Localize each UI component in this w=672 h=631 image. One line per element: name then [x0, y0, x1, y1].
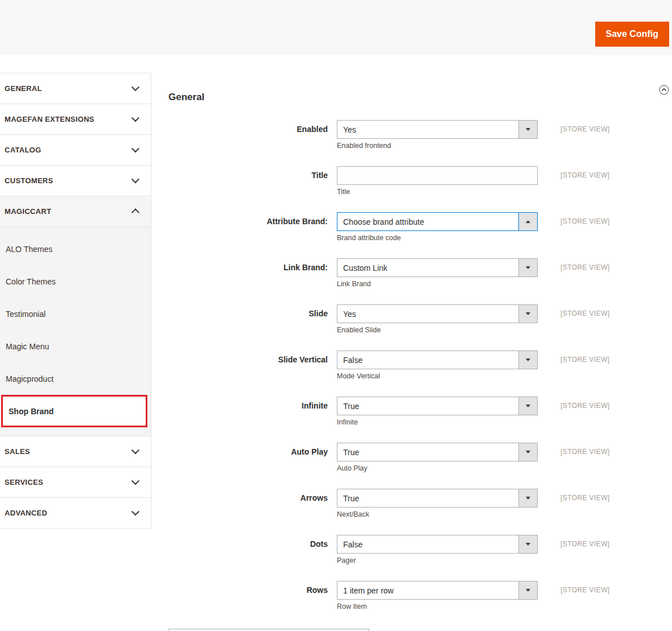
sidebar-section-label: CATALOG [5, 146, 41, 154]
select-arrow-button[interactable] [518, 351, 537, 369]
field-text-input[interactable] [337, 166, 538, 185]
field-scope-label: [STORE VIEW] [560, 397, 610, 410]
chevron-up-circle-icon [659, 85, 669, 95]
sidebar-sections-top: GENERAL MAGEFAN EXTENSIONS CATALOG CUSTO… [0, 73, 151, 227]
field-scope-label: [STORE VIEW] [560, 581, 610, 594]
field-scope-label: [STORE VIEW] [560, 489, 610, 502]
triangle-icon [526, 358, 530, 361]
field-select-value: False [343, 540, 362, 549]
field-row-auto-play: Auto Play True Auto Play [STORE VIEW] [168, 443, 610, 473]
field-label: Auto Play [168, 443, 328, 456]
field-scope-label: [STORE VIEW] [560, 166, 610, 179]
select-arrow-button[interactable] [518, 259, 537, 277]
select-arrow-button[interactable] [518, 305, 537, 323]
select-arrow-button[interactable] [518, 397, 537, 415]
sidebar-section-general[interactable]: GENERAL [0, 73, 151, 104]
sidebar-section-advanced[interactable]: ADVANCED [0, 498, 151, 529]
field-control: Yes Enabled frontend [337, 120, 538, 150]
partial-next-field[interactable] [168, 629, 369, 631]
field-control: Custom Link Link Brand [337, 258, 538, 288]
field-select[interactable]: Yes [337, 120, 538, 139]
sidebar-section-label: SERVICES [5, 478, 43, 486]
field-row-arrows: Arrows True Next/Back [STORE VIEW] [168, 489, 610, 519]
chevron-icon [131, 175, 139, 183]
field-control: Yes Enabled Slide [337, 304, 538, 335]
sidebar-section-label: CUSTOMERS [5, 176, 53, 185]
sidebar-subitem-label: Magic Menu [6, 342, 49, 351]
triangle-icon [526, 543, 530, 546]
sidebar-subitem-label: Magicproduct [6, 374, 53, 383]
sidebar-section-label: GENERAL [5, 84, 42, 93]
field-select[interactable]: Yes [337, 304, 538, 323]
sidebar-subitem-label: Testimonial [6, 310, 46, 319]
triangle-icon [526, 128, 530, 131]
sidebar-section-label: ADVANCED [5, 509, 47, 517]
sidebar-section-magiccart[interactable]: MAGICCART [0, 196, 151, 227]
sidebar-section-label: MAGEFAN EXTENSIONS [5, 115, 94, 123]
field-row-enabled: Enabled Yes Enabled frontend [STORE VIEW… [168, 120, 610, 150]
field-row-infinite: Infinite True Infinite [STORE VIEW] [168, 397, 610, 427]
field-helper-text: Title [337, 188, 538, 196]
field-select[interactable]: False [337, 350, 538, 369]
field-select-value: False [343, 356, 362, 365]
field-helper-text: Enabled Slide [337, 326, 538, 335]
sidebar-subitem-shop-brand[interactable]: Shop Brand [1, 395, 147, 427]
chevron-icon [131, 145, 139, 152]
sidebar-section-label: MAGICCART [5, 207, 51, 216]
page-header: Save Config [0, 0, 672, 55]
field-select[interactable]: True [337, 397, 538, 415]
sidebar-subitem-magicproduct[interactable]: Magicproduct [0, 362, 151, 395]
config-sidebar: GENERAL MAGEFAN EXTENSIONS CATALOG CUSTO… [0, 73, 151, 529]
sidebar-section-sales[interactable]: SALES [0, 436, 151, 467]
field-control: Title [337, 166, 538, 196]
sidebar-subitem-testimonial[interactable]: Testimonial [0, 298, 151, 330]
select-arrow-button[interactable] [518, 121, 537, 138]
chevron-icon [131, 477, 139, 485]
field-label: Arrows [168, 489, 328, 502]
select-arrow-button[interactable] [518, 443, 537, 461]
field-scope-label: [STORE VIEW] [560, 258, 610, 271]
collapse-section-button[interactable] [658, 85, 670, 96]
sidebar-section-customers[interactable]: CUSTOMERS [0, 166, 151, 196]
sidebar-subitem-label: Shop Brand [9, 407, 53, 416]
field-label: Slide [168, 304, 328, 318]
field-select-value: Custom Link [343, 263, 387, 273]
sidebar-subitem-color-themes[interactable]: Color Themes [0, 265, 151, 298]
magiccart-subitems: ALO Themes Color Themes Testimonial Magi… [0, 227, 151, 436]
field-scope-label: [STORE VIEW] [560, 304, 610, 317]
field-select[interactable]: True [337, 489, 538, 508]
field-row-rows: Rows 1 item per row Row Item [STORE VIEW… [168, 581, 610, 611]
field-select[interactable]: 1 item per row [337, 581, 538, 600]
select-arrow-button[interactable] [518, 535, 537, 553]
field-row-slide: Slide Yes Enabled Slide [STORE VIEW] [168, 304, 610, 335]
field-helper-text: Brand attribute code [337, 234, 538, 242]
field-select[interactable]: True [337, 443, 538, 461]
select-arrow-button[interactable] [518, 213, 537, 230]
triangle-icon [526, 220, 530, 223]
chevron-icon [131, 508, 139, 515]
triangle-icon [526, 451, 530, 453]
field-select[interactable]: Custom Link [337, 258, 538, 277]
field-select[interactable]: False [337, 535, 538, 554]
select-arrow-button[interactable] [518, 581, 537, 599]
sidebar-section-services[interactable]: SERVICES [0, 467, 151, 498]
field-label: Infinite [168, 397, 328, 410]
sidebar-section-magefan-extensions[interactable]: MAGEFAN EXTENSIONS [0, 104, 151, 135]
field-helper-text: Auto Play [337, 464, 538, 473]
field-scope-label: [STORE VIEW] [560, 350, 610, 364]
save-config-button[interactable]: Save Config [595, 22, 669, 47]
field-select[interactable]: Choose brand attribute [337, 212, 538, 231]
field-helper-text: Enabled frontend [337, 142, 538, 150]
field-label: Attribute Brand: [168, 212, 328, 226]
sidebar-section-catalog[interactable]: CATALOG [0, 135, 151, 166]
config-fields: Enabled Yes Enabled frontend [STORE VIEW… [168, 120, 610, 627]
field-select-value: True [343, 402, 359, 411]
field-helper-text: Pager [337, 556, 538, 565]
field-control: True Auto Play [337, 443, 538, 473]
sidebar-subitem-magic-menu[interactable]: Magic Menu [0, 330, 151, 362]
sidebar-subitem-alo-themes[interactable]: ALO Themes [0, 233, 151, 265]
select-arrow-button[interactable] [518, 489, 537, 507]
section-title: General [168, 92, 204, 103]
field-helper-text: Row Item [337, 603, 538, 611]
sidebar-subitem-label: ALO Themes [6, 245, 52, 254]
